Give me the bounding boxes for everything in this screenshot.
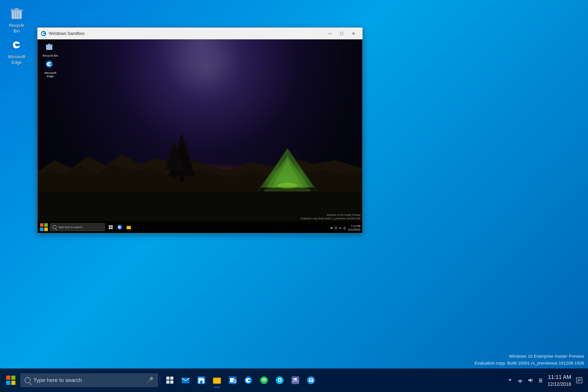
sandbox-watermark-line2: Evaluation copy. Build 18301.rs_prerelea… — [301, 217, 360, 220]
svg-rect-38 — [111, 227, 113, 229]
svg-rect-71 — [310, 380, 312, 380]
start-button[interactable] — [4, 374, 18, 387]
sandbox-search-icon — [52, 225, 56, 229]
svg-rect-2 — [15, 8, 18, 10]
svg-point-45 — [344, 228, 345, 229]
sandbox-clock-date: 12/12/2018 — [348, 228, 360, 232]
sandbox-watermark-line1: Windows 10 Pro Insider Preview — [301, 213, 360, 217]
mail-app-icon[interactable] — [178, 372, 194, 388]
sandbox-title-text: Windows Sandbox — [49, 31, 324, 36]
svg-rect-48 — [6, 381, 10, 385]
task-view-button[interactable] — [162, 372, 178, 388]
sandbox-start-button[interactable] — [39, 222, 49, 232]
sandbox-watermark: Windows 10 Pro Insider Preview Evaluatio… — [301, 213, 360, 220]
svg-rect-34 — [44, 228, 48, 231]
svg-rect-53 — [170, 380, 173, 384]
desktop: Recycle Bin Microsoft Edge Windows Sandb… — [0, 0, 588, 392]
taskbar-separator — [160, 375, 160, 385]
svg-rect-66 — [292, 376, 299, 384]
svg-rect-58 — [213, 378, 221, 384]
eval-line2: Evaluation copy. Build 18301.rs_prerelea… — [474, 360, 584, 366]
svg-point-41 — [335, 227, 337, 229]
svg-rect-57 — [200, 381, 202, 383]
clock[interactable]: 11:11 AM 12/12/2018 — [548, 373, 571, 388]
sandbox-window: Windows Sandbox — ☐ ✕ — [37, 28, 362, 233]
sandbox-content: Recycle Bin Microsoft Edge Windows 10 Pr… — [38, 40, 362, 233]
svg-rect-33 — [40, 228, 44, 231]
svg-point-68 — [293, 378, 295, 380]
sandbox-task-view-icon[interactable] — [107, 223, 115, 231]
svg-point-67 — [295, 378, 297, 380]
system-tray: 11:11 AM 12/12/2018 — [506, 373, 584, 388]
minimize-button[interactable]: — — [324, 30, 336, 38]
power-icon[interactable] — [537, 376, 544, 384]
volume-icon[interactable] — [526, 376, 534, 384]
sandbox-clock-time: 7:11 PM — [348, 224, 360, 228]
sandbox-icon-recycle-bin[interactable]: Recycle Bin — [40, 42, 60, 58]
close-button[interactable]: ✕ — [348, 30, 359, 38]
svg-marker-73 — [508, 379, 511, 381]
outlook-icon[interactable]: O — [225, 372, 240, 388]
sandbox-tray-icon-2 — [334, 226, 338, 230]
trees-svg — [154, 133, 209, 192]
edge-icon — [9, 37, 24, 52]
svg-rect-35 — [109, 225, 110, 227]
taskbar-pinned-apps: O — [162, 372, 319, 388]
recycle-bin-label: Recycle Bin — [6, 23, 28, 34]
sandbox-recycle-bin-icon — [45, 43, 56, 53]
sandbox-taskbar: Type here to search — [38, 221, 362, 233]
sandbox-edge-icon — [45, 60, 56, 70]
svg-point-39 — [118, 225, 122, 230]
svg-point-8 — [41, 31, 46, 36]
edge-label: Microsoft Edge — [6, 54, 28, 65]
spotify-icon[interactable] — [256, 372, 272, 388]
svg-rect-32 — [44, 223, 48, 227]
svg-rect-6 — [11, 8, 13, 10]
sandbox-tray-icon-4 — [343, 226, 346, 230]
svg-point-42 — [340, 228, 340, 229]
svg-text:O: O — [234, 380, 236, 382]
svg-rect-26 — [48, 44, 50, 45]
sandbox-search-box[interactable]: Type here to search — [50, 223, 105, 231]
sandbox-tray-icon-3 — [339, 226, 342, 230]
desktop-icon-edge[interactable]: Microsoft Edge — [4, 35, 30, 67]
search-box[interactable]: Type here to search 🎤 — [20, 374, 158, 387]
svg-rect-72 — [310, 381, 312, 381]
sandbox-edge-label: Microsoft Edge — [42, 71, 59, 78]
sandbox-taskbar-edge[interactable] — [116, 223, 124, 231]
skype-icon[interactable] — [272, 372, 288, 388]
svg-rect-47 — [11, 376, 15, 380]
svg-rect-51 — [170, 376, 173, 380]
taskbar: Type here to search 🎤 — [0, 368, 588, 392]
window-controls: — ☐ ✕ — [324, 30, 359, 38]
sandbox-search-placeholder: Type here to search — [58, 226, 82, 229]
sandbox-clock: 7:11 PM 12/12/2018 — [348, 224, 360, 232]
network-icon[interactable] — [516, 376, 524, 384]
file-explorer-icon[interactable] — [209, 372, 225, 388]
svg-rect-40 — [126, 226, 131, 229]
svg-point-63 — [244, 376, 252, 384]
sandbox-recycle-bin-label: Recycle Bin — [42, 54, 58, 57]
svg-rect-14 — [180, 172, 184, 182]
svg-point-7 — [11, 39, 23, 51]
clock-date: 12/12/2018 — [548, 381, 571, 388]
desktop-icon-recycle-bin[interactable]: Recycle Bin — [4, 4, 30, 36]
notification-center-icon[interactable] — [574, 375, 584, 385]
search-icon — [25, 377, 30, 383]
sandbox-wallpaper: Recycle Bin Microsoft Edge Windows 10 Pr… — [38, 40, 362, 233]
store-icon[interactable] — [194, 372, 209, 388]
svg-rect-36 — [111, 225, 113, 227]
teams-icon[interactable] — [288, 372, 303, 388]
svg-point-64 — [260, 376, 268, 384]
expand-tray-icon[interactable] — [506, 376, 514, 384]
sandbox-taskbar-explorer[interactable] — [125, 223, 133, 231]
svg-rect-31 — [40, 223, 44, 227]
svg-rect-76 — [540, 380, 541, 382]
maximize-button[interactable]: ☐ — [336, 30, 348, 38]
sandbox-tray-icon-1 — [330, 226, 333, 230]
microphone-icon[interactable]: 🎤 — [146, 376, 154, 384]
edge-taskbar-icon[interactable] — [240, 372, 256, 388]
svg-point-74 — [520, 382, 521, 383]
sandbox-icon-edge[interactable]: Microsoft Edge — [40, 59, 60, 79]
app-icon[interactable] — [303, 372, 319, 388]
